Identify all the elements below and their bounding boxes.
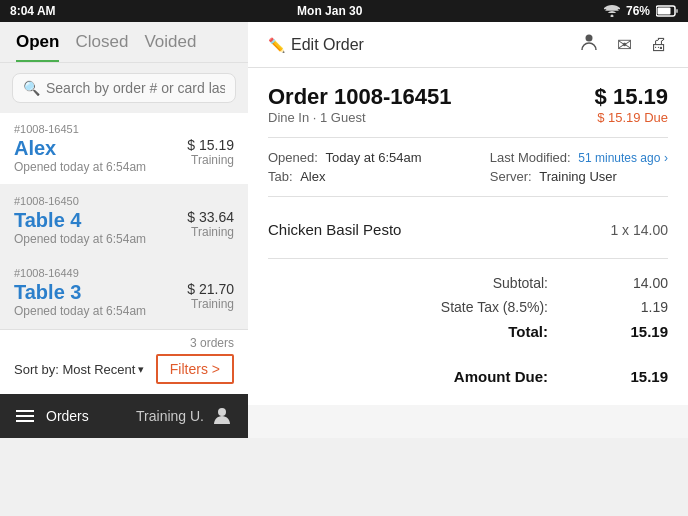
print-icon[interactable]: 🖨 — [650, 34, 668, 55]
order-number: #1008-16450 — [14, 195, 234, 207]
total-value: 15.19 — [608, 323, 668, 340]
orders-count: 3 orders — [14, 336, 234, 350]
search-input[interactable] — [46, 80, 225, 96]
right-panel: ✏️ Edit Order ✉ 🖨 Order — [248, 22, 688, 438]
order-amount: $ 15.19 — [187, 137, 234, 153]
order-tag: Training — [187, 297, 234, 311]
user-icon — [212, 406, 232, 426]
order-time: Opened today at 6:54am — [14, 304, 146, 318]
mail-icon[interactable]: ✉ — [617, 34, 632, 56]
main-content: Open Closed Voided 🔍 #1008-16451 Alex — [0, 22, 688, 438]
order-amount: $ 33.64 — [187, 209, 234, 225]
list-item[interactable]: #1008-16449 Table 3 Opened today at 6:54… — [0, 257, 248, 329]
order-line-item: Chicken Basil Pesto 1 x 14.00 — [268, 213, 668, 246]
search-icon: 🔍 — [23, 80, 40, 96]
tab-info: Tab: Alex — [268, 169, 422, 184]
order-amount: $ 21.70 — [187, 281, 234, 297]
order-number: #1008-16451 — [14, 123, 234, 135]
totals-section: Subtotal: 14.00 State Tax (8.5%): 1.19 T… — [268, 271, 668, 389]
nav-user-label: Training U. — [136, 408, 204, 424]
subtotal-row: Subtotal: 14.00 — [268, 271, 668, 295]
battery-percentage: 76% — [626, 4, 650, 18]
order-name: Table 4 — [14, 209, 146, 232]
search-box[interactable]: 🔍 — [12, 73, 236, 103]
subtotal-label: Subtotal: — [408, 275, 548, 291]
order-list: #1008-16451 Alex Opened today at 6:54am … — [0, 113, 248, 329]
tax-value: 1.19 — [608, 299, 668, 315]
amount-due-value: 15.19 — [608, 368, 668, 385]
tab-closed[interactable]: Closed — [75, 32, 128, 62]
nav-user[interactable]: Training U. — [136, 406, 232, 426]
amount-due-label: Amount Due: — [408, 368, 548, 385]
svg-point-4 — [586, 35, 593, 42]
sort-by[interactable]: Sort by: Most Recent ▾ — [14, 362, 144, 377]
opened-info: Opened: Today at 6:54am — [268, 150, 422, 165]
header-icons: ✉ 🖨 — [579, 32, 668, 57]
right-header: ✏️ Edit Order ✉ 🖨 — [248, 22, 688, 68]
order-tag: Training — [187, 225, 234, 239]
order-detail-title: Order 1008-16451 — [268, 84, 451, 110]
battery-icon — [656, 5, 678, 17]
pencil-icon: ✏️ — [268, 37, 285, 53]
tab-voided[interactable]: Voided — [144, 32, 196, 62]
tax-row: State Tax (8.5%): 1.19 — [268, 295, 668, 319]
left-panel: Open Closed Voided 🔍 #1008-16451 Alex — [0, 22, 248, 438]
hamburger-icon — [16, 410, 34, 422]
order-tag: Training — [187, 153, 234, 167]
wifi-icon — [604, 5, 620, 17]
item-qty: 1 x 14.00 — [610, 222, 668, 238]
svg-rect-1 — [658, 8, 671, 15]
status-time: 8:04 AM — [10, 4, 56, 18]
subtotal-value: 14.00 — [608, 275, 668, 291]
order-detail: Order 1008-16451 Dine In · 1 Guest $ 15.… — [248, 68, 688, 438]
tab-open[interactable]: Open — [16, 32, 59, 62]
amount-due-row: Amount Due: 15.19 — [268, 364, 668, 389]
tax-label: State Tax (8.5%): — [408, 299, 548, 315]
list-item[interactable]: #1008-16450 Table 4 Opened today at 6:54… — [0, 185, 248, 257]
edit-order-label: Edit Order — [291, 36, 364, 54]
order-name: Table 3 — [14, 281, 146, 304]
order-time: Opened today at 6:54am — [14, 160, 146, 174]
tabs-bar: Open Closed Voided — [0, 22, 248, 63]
edit-order-button[interactable]: ✏️ Edit Order — [268, 36, 364, 54]
filters-button[interactable]: Filters > — [156, 354, 234, 384]
item-name: Chicken Basil Pesto — [268, 221, 401, 238]
order-due-label: $ 15.19 Due — [595, 110, 668, 125]
svg-point-3 — [218, 408, 226, 416]
order-name: Alex — [14, 137, 146, 160]
last-modified-info: Last Modified: 51 minutes ago › — [490, 150, 668, 165]
order-number: #1008-16449 — [14, 267, 234, 279]
bottom-nav: Orders Training U. — [0, 394, 248, 438]
person-icon[interactable] — [579, 32, 599, 57]
list-item[interactable]: #1008-16451 Alex Opened today at 6:54am … — [0, 113, 248, 185]
order-detail-subtitle: Dine In · 1 Guest — [268, 110, 451, 125]
total-row: Total: 15.19 — [268, 319, 668, 344]
nav-orders-label: Orders — [46, 408, 89, 424]
status-right: 76% — [604, 4, 678, 18]
order-total-price: $ 15.19 — [595, 84, 668, 110]
server-info: Server: Training User — [490, 169, 617, 184]
nav-orders[interactable]: Orders — [16, 408, 89, 424]
last-modified-link[interactable]: 51 minutes ago — [578, 151, 660, 165]
status-bar: 8:04 AM Mon Jan 30 76% — [0, 0, 688, 22]
order-time: Opened today at 6:54am — [14, 232, 146, 246]
svg-rect-2 — [676, 9, 678, 13]
status-date: Mon Jan 30 — [297, 4, 362, 18]
total-label: Total: — [408, 323, 548, 340]
order-items: Chicken Basil Pesto 1 x 14.00 — [268, 213, 668, 246]
